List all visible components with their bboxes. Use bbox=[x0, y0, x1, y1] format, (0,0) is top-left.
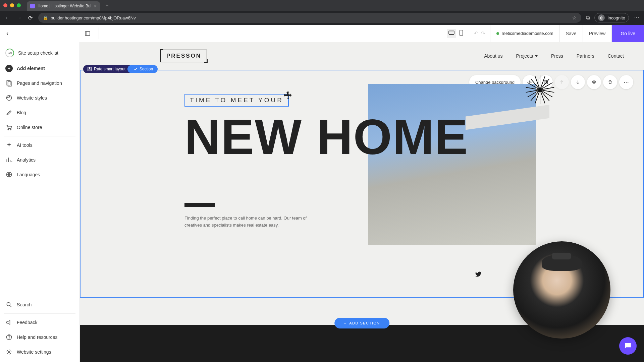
device-preview-toggle bbox=[443, 25, 469, 42]
go-live-button[interactable]: Go live bbox=[612, 25, 644, 42]
forward-button[interactable]: → bbox=[15, 14, 22, 21]
sidebar-item-checklist[interactable]: 2/9 Site setup checklist bbox=[0, 45, 79, 61]
sidebar-label: Search bbox=[17, 302, 32, 307]
move-handle-icon[interactable] bbox=[283, 90, 293, 100]
svg-rect-5 bbox=[7, 81, 10, 85]
pencil-icon bbox=[5, 109, 13, 116]
move-down-button[interactable] bbox=[571, 75, 585, 89]
sidebar-label: Online store bbox=[17, 125, 42, 130]
close-tab-icon[interactable]: × bbox=[94, 3, 97, 9]
preview-button[interactable]: Preview bbox=[583, 25, 612, 42]
browser-menu-button[interactable]: ⋮ bbox=[634, 15, 640, 20]
builder-back-button[interactable]: ‹ bbox=[0, 25, 15, 42]
cart-icon bbox=[5, 124, 13, 131]
plus-icon: + bbox=[344, 321, 346, 325]
add-section-button[interactable]: + ADD SECTION bbox=[334, 318, 389, 328]
undo-button[interactable]: ↶ bbox=[474, 30, 478, 37]
divider bbox=[4, 136, 75, 136]
more-icon: ⋯ bbox=[624, 79, 629, 85]
desktop-view-button[interactable] bbox=[447, 29, 456, 38]
minimize-window-button[interactable] bbox=[10, 3, 14, 7]
chat-icon bbox=[624, 342, 632, 350]
svg-line-14 bbox=[10, 306, 11, 307]
section-pill[interactable]: Section bbox=[127, 65, 158, 73]
more-options-button[interactable]: ⋯ bbox=[619, 75, 633, 89]
back-button[interactable]: ← bbox=[4, 14, 11, 21]
browser-toolbar: ← → ⟳ 🔒 builder.hostinger.com/mp8Mp4bjOR… bbox=[0, 11, 644, 25]
nav-item-projects[interactable]: Projects bbox=[516, 53, 538, 59]
sidebar-item-pages[interactable]: Pages and navigation bbox=[0, 76, 79, 90]
add-section-label: ADD SECTION bbox=[349, 321, 380, 325]
sidebar-item-ai[interactable]: AI tools bbox=[0, 138, 79, 153]
pill-label: Rate smart layout bbox=[94, 67, 125, 71]
browser-tab[interactable]: Home | Hostinger Website Bui × bbox=[27, 1, 100, 11]
reload-button[interactable]: ⟳ bbox=[27, 15, 34, 21]
svg-point-7 bbox=[7, 96, 12, 101]
tab-title: Home | Hostinger Website Bui bbox=[38, 4, 91, 8]
nav-item-about[interactable]: About us bbox=[484, 53, 502, 59]
sidebar-item-store[interactable]: Online store bbox=[0, 120, 79, 135]
nav-item-press[interactable]: Press bbox=[551, 53, 563, 59]
twitter-icon[interactable] bbox=[474, 271, 482, 280]
close-window-button[interactable] bbox=[3, 3, 7, 7]
move-up-button[interactable] bbox=[555, 75, 569, 89]
lock-icon: 🔒 bbox=[43, 15, 48, 20]
sidebar-item-feedback[interactable]: Feedback bbox=[0, 315, 79, 330]
maximize-window-button[interactable] bbox=[17, 3, 21, 7]
incognito-icon: ◐ bbox=[598, 14, 605, 21]
hero-overline[interactable]: TIME TO MEET YOUR bbox=[184, 94, 289, 107]
svg-rect-20 bbox=[88, 69, 92, 71]
sidebar-item-styles[interactable]: Website styles bbox=[0, 90, 79, 105]
builder-top-bar: ‹ ↶ ↷ meticsmediademosite.com Save Previ… bbox=[0, 25, 644, 42]
starburst-decoration bbox=[526, 75, 554, 104]
sidebar-label: Blog bbox=[17, 110, 26, 115]
svg-point-10 bbox=[8, 129, 9, 130]
sidebar-label: Help and resources bbox=[17, 335, 57, 340]
site-domain-text: meticsmediademosite.com bbox=[502, 31, 553, 36]
sidebar-item-blog[interactable]: Blog bbox=[0, 105, 79, 120]
hero-title[interactable]: NEW HOME bbox=[184, 115, 623, 159]
chart-icon bbox=[5, 156, 13, 164]
presenter-webcam-overlay bbox=[513, 241, 610, 339]
sidebar-label: Website styles bbox=[17, 95, 47, 101]
address-bar[interactable]: 🔒 builder.hostinger.com/mp8Mp4bjORuaw6Nv… bbox=[38, 13, 581, 23]
site-nav-menu: About us Projects Press Partners Contact bbox=[484, 53, 624, 59]
search-icon bbox=[5, 301, 13, 308]
site-logo[interactable]: PRESSON bbox=[160, 50, 207, 62]
site-domain-display[interactable]: meticsmediademosite.com bbox=[490, 25, 560, 42]
redo-button[interactable]: ↷ bbox=[481, 30, 485, 37]
incognito-label: Incognito bbox=[607, 15, 625, 20]
sidebar-item-help[interactable]: Help and resources bbox=[0, 330, 79, 345]
sidebar-item-settings[interactable]: Website settings bbox=[0, 345, 79, 359]
svg-point-17 bbox=[8, 351, 10, 353]
sidebar-item-search[interactable]: Search bbox=[0, 297, 79, 312]
nav-item-contact[interactable]: Contact bbox=[608, 53, 624, 59]
hero-divider bbox=[184, 203, 215, 207]
sidebar-item-languages[interactable]: Languages bbox=[0, 167, 79, 182]
chat-launcher-button[interactable] bbox=[619, 337, 637, 355]
save-button[interactable]: Save bbox=[560, 25, 583, 42]
gear-icon bbox=[5, 348, 13, 356]
palette-icon bbox=[5, 94, 13, 102]
hero-body-text[interactable]: Finding the perfect place to call home c… bbox=[184, 215, 309, 229]
visibility-button[interactable] bbox=[587, 75, 601, 89]
rate-smart-layout-button[interactable]: Rate smart layout bbox=[83, 65, 130, 73]
delete-section-button[interactable] bbox=[603, 75, 617, 89]
panel-toggle-button[interactable] bbox=[80, 25, 95, 42]
progress-ring-icon: 2/9 bbox=[5, 49, 14, 57]
incognito-badge[interactable]: ◐ Incognito bbox=[594, 13, 629, 22]
browser-tab-strip: Home | Hostinger Website Bui × + bbox=[0, 0, 644, 11]
new-tab-button[interactable]: + bbox=[103, 2, 111, 8]
sidebar-item-add-element[interactable]: + Add element bbox=[0, 61, 79, 76]
sidebar-label: Languages bbox=[17, 172, 40, 177]
svg-rect-2 bbox=[449, 31, 454, 34]
mobile-view-button[interactable] bbox=[458, 28, 465, 39]
sidebar-item-analytics[interactable]: Analytics bbox=[0, 153, 79, 167]
bookmark-icon[interactable]: ☆ bbox=[572, 15, 577, 20]
extensions-icon[interactable]: ⧉ bbox=[586, 15, 590, 21]
builder-canvas[interactable]: PRESSON About us Projects Press Partners… bbox=[80, 42, 644, 362]
tab-favicon bbox=[30, 4, 35, 8]
nav-item-partners[interactable]: Partners bbox=[577, 53, 594, 59]
builder-sidebar: 2/9 Site setup checklist + Add element P… bbox=[0, 42, 80, 362]
svg-rect-18 bbox=[88, 67, 90, 69]
